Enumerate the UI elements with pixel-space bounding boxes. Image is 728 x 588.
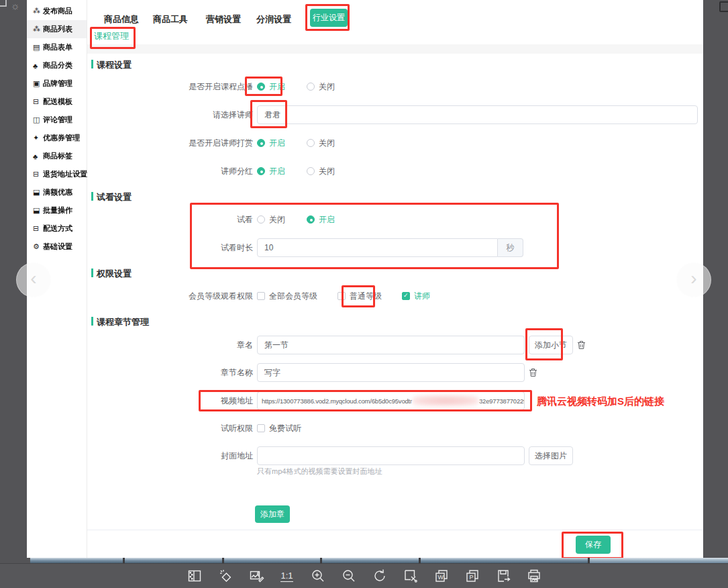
sidebar-item-label: 评论管理 bbox=[43, 115, 72, 124]
teacher-select[interactable]: 君君 bbox=[257, 105, 698, 124]
radio-reward-on[interactable] bbox=[257, 139, 265, 147]
radio-trial-off[interactable] bbox=[257, 215, 265, 224]
checkbox-teacher[interactable] bbox=[402, 292, 410, 300]
prev-image-button[interactable]: ‹ bbox=[16, 262, 51, 297]
choose-image-button[interactable]: 选择图片 bbox=[529, 446, 573, 465]
delete-chapter-icon[interactable] bbox=[577, 340, 586, 350]
radio-trial-on-label[interactable]: 开启 bbox=[319, 214, 335, 226]
section-name-input[interactable] bbox=[257, 363, 525, 382]
convert-to-pdf-icon[interactable]: P bbox=[464, 567, 481, 585]
tab-industry-settings[interactable]: 行业设置 bbox=[310, 9, 348, 27]
sidebar-item-10[interactable]: ⬓满额优惠 bbox=[27, 183, 87, 201]
section-title-course: 课程设置 bbox=[97, 59, 132, 71]
checkbox-teacher-label[interactable]: 讲师 bbox=[414, 291, 430, 302]
zoom-in-icon[interactable] bbox=[309, 567, 327, 585]
section-accent-bar bbox=[91, 60, 93, 68]
checkbox-all-levels[interactable] bbox=[257, 292, 265, 300]
save-button[interactable]: 保存 bbox=[576, 536, 611, 554]
save-as-icon[interactable] bbox=[495, 567, 512, 585]
taskbar-segment[interactable] bbox=[590, 558, 728, 563]
trial-duration-input[interactable] bbox=[257, 238, 498, 257]
briefcase-icon: ▣ bbox=[33, 79, 43, 88]
radio-trial-off-label[interactable]: 关闭 bbox=[269, 214, 285, 226]
sidebar-item-11[interactable]: ⬓批量操作 bbox=[27, 201, 87, 219]
sidebar-item-label: 品牌管理 bbox=[43, 79, 72, 88]
chapter-name-input[interactable] bbox=[257, 336, 525, 354]
sidebar-item-13[interactable]: ⚙基础设置 bbox=[27, 238, 87, 256]
add-chapter-button[interactable]: 添加章 bbox=[255, 505, 290, 523]
radio-dividend-on-label[interactable]: 开启 bbox=[269, 166, 285, 177]
subtab-course-management[interactable]: 课程管理 bbox=[94, 30, 129, 42]
radio-reward-off[interactable] bbox=[307, 139, 315, 147]
taskbar-segment[interactable] bbox=[421, 558, 588, 563]
radio-dividend-on[interactable] bbox=[257, 167, 265, 175]
brightness-icon: ☼ bbox=[11, 0, 20, 11]
row-cover-url: 封面地址 选择图片 bbox=[87, 446, 698, 466]
actual-size-icon[interactable]: 1:1 bbox=[278, 567, 296, 585]
tab-marketing[interactable]: 营销设置 bbox=[206, 13, 241, 26]
sidebar-item-9[interactable]: ⊟退货地址设置 bbox=[27, 165, 87, 183]
taskbar-segment[interactable] bbox=[125, 558, 222, 563]
checkbox-normal-level-label[interactable]: 普通等级 bbox=[350, 291, 382, 302]
checkbox-normal-level[interactable] bbox=[337, 292, 346, 300]
crop-icon[interactable] bbox=[402, 567, 419, 585]
video-annotation-note: 腾讯云视频转码加S后的链接 bbox=[537, 395, 664, 408]
section-divider-band bbox=[87, 44, 703, 54]
svg-text:W: W bbox=[437, 574, 444, 581]
taskbar-segment[interactable] bbox=[30, 558, 123, 563]
delete-section-icon[interactable] bbox=[529, 368, 537, 377]
tab-profit[interactable]: 分润设置 bbox=[256, 13, 291, 26]
radio-vod-off-label[interactable]: 关闭 bbox=[319, 81, 335, 93]
sidebar-item-4[interactable]: ▣品牌管理 bbox=[27, 75, 87, 93]
checkbox-free-audition[interactable] bbox=[257, 424, 265, 432]
tab-product-tools[interactable]: 商品工具 bbox=[153, 13, 188, 26]
sidebar-item-7[interactable]: ✦优惠券管理 bbox=[27, 129, 87, 147]
radio-reward-on-label[interactable]: 开启 bbox=[269, 138, 285, 149]
next-image-button[interactable]: › bbox=[676, 262, 711, 297]
sitemap-icon: ♣ bbox=[33, 62, 43, 70]
video-url-input[interactable]: https://1300773886.vod2.myqcloud.com/6b5… bbox=[257, 391, 525, 410]
sidebar-item-1[interactable]: ⁂商品列表 bbox=[27, 20, 87, 38]
row-audition: 试听权限 免费试听 bbox=[87, 418, 698, 438]
cover-url-label: 封面地址 bbox=[87, 446, 253, 466]
screenshot-content: ⁂发布商品⁂商品列表▤商品表单♣商品分类▣品牌管理⊟配送模板◫评论管理✦优惠券管… bbox=[27, 0, 703, 558]
truck-icon: ⊟ bbox=[33, 170, 43, 179]
audition-label: 试听权限 bbox=[87, 418, 253, 438]
zoom-out-icon[interactable] bbox=[340, 567, 358, 585]
sidebar-item-8[interactable]: ♣商品标签 bbox=[27, 147, 87, 165]
taskbar-segment[interactable] bbox=[322, 558, 419, 563]
reward-label: 是否开启讲师打赏 bbox=[87, 133, 253, 153]
sidebar-item-6[interactable]: ◫评论管理 bbox=[27, 111, 87, 129]
print-icon[interactable] bbox=[525, 567, 543, 585]
chevron-right-icon: › bbox=[690, 269, 696, 288]
tab-product-info[interactable]: 商品信息 bbox=[104, 13, 139, 26]
radio-trial-on[interactable] bbox=[307, 215, 315, 224]
transparency-toggle-icon[interactable] bbox=[186, 567, 203, 585]
cover-url-input[interactable] bbox=[257, 446, 525, 465]
sidebar-item-0[interactable]: ⁂发布商品 bbox=[27, 2, 87, 20]
section-name-label: 章节名称 bbox=[87, 362, 253, 383]
radio-vod-on-label[interactable]: 开启 bbox=[269, 81, 285, 93]
add-section-button[interactable]: 添加小节 bbox=[529, 336, 573, 354]
sidebar-item-label: 商品分类 bbox=[43, 60, 72, 70]
taskbar-segment[interactable] bbox=[224, 558, 320, 563]
desktop-toolbar-icon[interactable] bbox=[719, 1, 728, 12]
sidebar-item-3[interactable]: ♣商品分类 bbox=[27, 56, 87, 75]
sidebar-item-2[interactable]: ▤商品表单 bbox=[27, 38, 87, 56]
trial-label: 试看 bbox=[87, 209, 253, 230]
radio-dividend-off[interactable] bbox=[307, 167, 315, 175]
rotate-icon[interactable] bbox=[371, 567, 388, 585]
checkbox-free-audition-label[interactable]: 免费试听 bbox=[269, 423, 301, 434]
sidebar-item-5[interactable]: ⊟配送模板 bbox=[27, 93, 87, 111]
checkbox-all-levels-label[interactable]: 全部会员等级 bbox=[269, 291, 317, 302]
radio-dividend-off-label[interactable]: 关闭 bbox=[319, 166, 335, 177]
radio-vod-on[interactable] bbox=[257, 83, 265, 91]
chevron-left-icon: ‹ bbox=[30, 269, 36, 288]
radio-vod-off[interactable] bbox=[307, 83, 315, 91]
radio-reward-off-label[interactable]: 关闭 bbox=[319, 138, 335, 149]
member-permission-label: 会员等级观看权限 bbox=[87, 286, 253, 306]
eraser-icon[interactable] bbox=[217, 567, 234, 585]
convert-to-word-icon[interactable]: W bbox=[433, 567, 450, 585]
image-edit-icon[interactable] bbox=[248, 567, 265, 585]
sidebar-item-12[interactable]: ⊟配送方式 bbox=[27, 219, 87, 238]
